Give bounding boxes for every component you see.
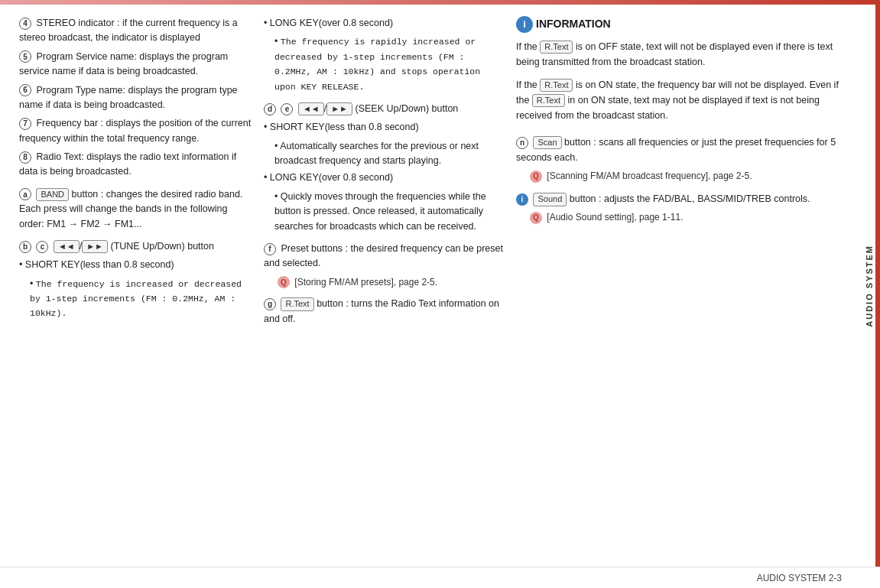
item-8: 8 Radio Text: displays the radio text in… xyxy=(19,150,252,180)
info-para-2: If the R.Text is on ON state, the freque… xyxy=(516,77,851,123)
badge-n: n xyxy=(516,137,528,149)
band-button: BAND xyxy=(36,188,69,201)
note-icon-scan: Q xyxy=(530,171,542,183)
next-button-tune: ►► xyxy=(82,240,108,253)
numbered-items: 4 STEREO indicator : if the current freq… xyxy=(19,16,252,180)
badge-d: d xyxy=(264,103,276,115)
note-f: Q [Storing FM/AM presets], page 2-5. xyxy=(264,275,505,290)
badge-5: 5 xyxy=(19,50,31,63)
info-para-1: If the R.Text is on OFF state, text will… xyxy=(516,39,851,70)
sidebar-accent xyxy=(875,5,880,567)
section-d: d e ◄◄/►► (SEEK Up/Down) button SHORT KE… xyxy=(264,102,505,234)
prev-button-seek: ◄◄ xyxy=(298,102,324,115)
badge-i-sound: i xyxy=(516,193,528,206)
col-mid: LONG KEY(over 0.8 second) The frequency … xyxy=(260,12,512,559)
sidebar-label: AUDIO SYSTEM xyxy=(865,245,874,327)
info-para-1-prefix: If the xyxy=(516,41,540,52)
scan-note: Q [Scanning FM/AM broadcast frequency], … xyxy=(516,169,851,184)
badge-8: 8 xyxy=(19,151,31,164)
content-area: 4 STEREO indicator : if the current freq… xyxy=(0,5,859,567)
badge-b: b xyxy=(19,241,31,253)
info-heading: i INFORMATION xyxy=(516,16,851,33)
rtext-btn-1: R.Text xyxy=(540,41,573,54)
short-key-2: SHORT KEY(less than 0.8 second) xyxy=(264,120,505,135)
sound-note-text: [Audio Sound setting], page 1-11. xyxy=(547,212,683,223)
footer-bar: AUDIO SYSTEM 2-3 xyxy=(0,567,880,588)
note-icon-f: Q xyxy=(278,276,290,288)
rtext-btn-3: R.Text xyxy=(532,94,565,107)
scan-note-text: [Scanning FM/AM broadcast frequency], pa… xyxy=(547,171,752,181)
long-key-2: LONG KEY(over 0.8 second) xyxy=(264,171,505,185)
right-sidebar: AUDIO SYSTEM xyxy=(859,5,880,567)
badge-4: 4 xyxy=(19,18,31,30)
badge-g: g xyxy=(264,298,276,310)
col-right: i INFORMATION If the R.Text is on OFF st… xyxy=(512,12,859,559)
badge-e: e xyxy=(281,103,293,115)
next-button-seek: ►► xyxy=(326,102,352,115)
badge-f: f xyxy=(264,243,276,255)
item-7: 7 Frequency bar : displays the position … xyxy=(19,116,252,146)
sound-note: Q [Audio Sound setting], page 1-11. xyxy=(516,210,851,225)
sound-text: button : adjusts the FAD/BAL, BASS/MID/T… xyxy=(570,193,810,204)
col-left: 4 STEREO indicator : if the current freq… xyxy=(15,12,260,559)
item-6-text: Program Type name: displays the program … xyxy=(19,85,238,110)
scan-text: button : scans all frequencies or just t… xyxy=(516,137,836,163)
info-para-1-text: If the R.Text is on OFF state, text will… xyxy=(516,39,851,70)
section-f-line: f Preset buttons : the desired frequency… xyxy=(264,242,505,271)
item-5-text: Program Service name: displays the progr… xyxy=(19,51,228,76)
info-para-2-text: If the R.Text is on ON state, the freque… xyxy=(516,77,851,123)
badge-a: a xyxy=(19,188,31,200)
section-b-line: b c ◄◄/►► (TUNE Up/Down) button xyxy=(19,239,252,254)
item-7-text: Frequency bar : displays the position of… xyxy=(19,118,251,143)
section-b: b c ◄◄/►► (TUNE Up/Down) button SHORT KE… xyxy=(19,239,252,321)
item-4-text: STEREO indicator : if the current freque… xyxy=(19,18,238,43)
sound-line: i Sound button : adjusts the FAD/BAL, BA… xyxy=(516,191,851,206)
section-g-line: g R.Text button : turns the Radio Text i… xyxy=(264,297,505,326)
info-heading-text: INFORMATION xyxy=(536,16,611,33)
sound-section: i Sound button : adjusts the FAD/BAL, BA… xyxy=(516,191,851,225)
scan-button: Scan xyxy=(533,136,561,149)
item-6: 6 Program Type name: displays the progra… xyxy=(19,83,252,113)
item-5: 5 Program Service name: displays the pro… xyxy=(19,50,252,80)
main-layout: 4 STEREO indicator : if the current freq… xyxy=(0,5,880,567)
sub-1: The frequency is increased or decreased … xyxy=(19,277,252,321)
long-key-section-1: LONG KEY(over 0.8 second) The frequency … xyxy=(264,16,505,94)
prev-button-tune: ◄◄ xyxy=(54,240,80,253)
short-key-1: SHORT KEY(less than 0.8 second) xyxy=(19,258,252,272)
badge-c: c xyxy=(36,241,48,253)
section-d-line: d e ◄◄/►► (SEEK Up/Down) button xyxy=(264,102,505,116)
info-icon-heading: i xyxy=(516,16,533,33)
sub-long-1: The frequency is rapidly increased or de… xyxy=(264,34,505,94)
sub-long-2: Quickly moves through the frequencies wh… xyxy=(264,190,505,234)
section-f-text: Preset buttons : the desired frequency c… xyxy=(264,243,503,268)
sound-button: Sound xyxy=(533,193,567,206)
section-a-text: a BAND button : changes the desired radi… xyxy=(19,187,252,232)
rtext-button-g: R.Text xyxy=(281,297,313,310)
section-g: g R.Text button : turns the Radio Text i… xyxy=(264,297,505,326)
badge-7: 7 xyxy=(19,118,31,130)
sub-2: Automatically searches for the previous … xyxy=(264,139,505,169)
tune-label: (TUNE Up/Down) button xyxy=(111,241,214,252)
scan-line: n Scan button : scans all frequencies or… xyxy=(516,135,851,165)
seek-label: (SEEK Up/Down) button xyxy=(356,103,459,114)
footer-text: AUDIO SYSTEM 2-3 xyxy=(757,573,842,583)
info-para-2-prefix: If the xyxy=(516,80,540,90)
section-a: a BAND button : changes the desired radi… xyxy=(19,187,252,232)
note-f-text: [Storing FM/AM presets], page 2-5. xyxy=(294,277,437,288)
badge-6: 6 xyxy=(19,84,31,96)
rtext-btn-2: R.Text xyxy=(540,79,573,92)
long-key-1: LONG KEY(over 0.8 second) xyxy=(264,16,505,31)
note-icon-sound: Q xyxy=(530,212,542,224)
item-8-text: Radio Text: displays the radio text info… xyxy=(19,151,236,177)
item-4: 4 STEREO indicator : if the current freq… xyxy=(19,16,252,46)
section-f: f Preset buttons : the desired frequency… xyxy=(264,242,505,289)
sub-long-1-text: The frequency is rapidly increased or de… xyxy=(274,37,480,91)
scan-section: n Scan button : scans all frequencies or… xyxy=(516,135,851,184)
